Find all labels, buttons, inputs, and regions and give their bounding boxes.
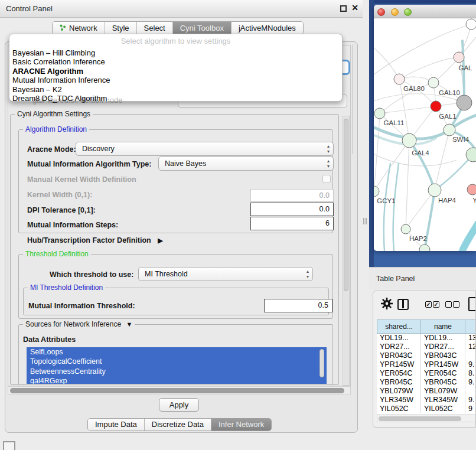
algorithm-option-aracne-algorithm[interactable]: ARACNE Algorithm [12,67,339,76]
network-node-gal4[interactable] [402,133,416,148]
expanded-arrow-icon[interactable]: ▼ [126,321,132,328]
attribute-item-topologicalcoefficient[interactable]: TopologicalCoefficient [27,357,327,366]
sources-group-title[interactable]: Sources for Network Inference ▼ [23,320,135,328]
settings-horizontal-thumb[interactable] [10,388,344,393]
minimize-window-icon[interactable] [391,8,399,16]
select-all-icon2[interactable]: ✓ [433,301,439,308]
tab-infer-network[interactable]: Infer Network [211,419,271,431]
document-icon[interactable] [468,297,476,311]
network-node[interactable] [457,95,472,110]
tab-label: Style [112,22,129,34]
table-cell: 12 [465,343,476,351]
node-label-gal80: GAL80 [403,85,425,92]
combo-arrows-icon: ▴▾ [307,269,309,279]
network-node-y[interactable] [467,184,476,195]
table-horizontal-scrollbar[interactable] [377,415,476,422]
deselect-all-icon[interactable] [445,301,452,308]
table-cell: 9. [465,378,476,387]
column-header-name[interactable]: name [421,319,465,334]
select-all-icon[interactable]: ✓ [425,301,432,308]
column-header-a[interactable]: A [465,319,476,334]
table-row[interactable]: YBR045CYBR045C9. [377,378,476,387]
algorithm-option-basic-correlation-inference[interactable]: Basic Correlation Inference [12,57,339,66]
mi-steps-field[interactable]: 6 [250,217,334,230]
network-canvas[interactable]: GALGAL80GAL10GAL1GAL11SWI4GAL4GCY1HAP4YH… [374,18,476,251]
settings-vertical-scrollbar[interactable] [343,116,350,386]
network-window-titlebar[interactable] [374,5,476,18]
collapsed-arrow-icon[interactable]: ▶ [158,237,162,244]
mi-type-combo[interactable]: Naive Bayes ▴▾ [158,156,334,171]
table-row[interactable]: YER054CYER054C8. [377,369,476,378]
settings-vertical-thumb[interactable] [344,119,348,291]
table-cell: YER054C [421,369,465,378]
aracne-mode-label: Aracne Mode: [27,145,76,154]
table-panel-body: ✓ ✓ shared...nameA YDL19...YDL19...13YDR… [373,291,476,428]
network-node-hap4[interactable] [428,184,441,197]
tab-impute-data[interactable]: Impute Data [88,419,144,431]
split-pane-grip[interactable] [363,218,367,224]
table-row[interactable]: YBR043CYBR043C [377,351,476,360]
attribute-item-selfloops[interactable]: SelfLoops [27,347,327,357]
column-header-shared[interactable]: shared... [377,319,421,334]
algorithm-option-bayesian-k2[interactable]: Bayesian – K2 [12,85,339,94]
network-node[interactable] [466,19,476,30]
table-cell: YLR345W [421,396,465,405]
close-panel-icon[interactable]: ✕ [351,3,358,12]
tab-discretize-data[interactable]: Discretize Data [144,419,211,431]
mi-threshold-field[interactable]: 0.5 [264,299,332,312]
network-node-gal1[interactable] [431,101,441,112]
network-node-gal[interactable] [454,52,464,63]
table-row[interactable]: YDR27...YDR27...12 [377,343,476,351]
dpi-tolerance-field[interactable]: 0.0 [250,203,334,216]
close-window-icon[interactable] [377,8,385,16]
table-row[interactable]: YDL19...YDL19...13 [377,334,476,343]
gear-icon[interactable] [380,297,393,310]
which-threshold-combo[interactable]: MI Threshold ▴▾ [138,267,313,281]
aracne-mode-value: Discovery [82,145,115,153]
attribute-item-gal4rgexp[interactable]: gal4RGexp [27,376,327,384]
apply-button[interactable]: Apply [159,398,199,412]
network-node-swi4[interactable] [444,124,455,136]
desktop-top-strip [369,0,476,4]
network-node-gal10[interactable] [428,77,439,88]
tab-jactivemnodules[interactable]: jActiveMNodules [231,22,303,34]
network-node-gal80[interactable] [394,74,405,84]
network-node[interactable] [419,244,430,251]
table-row[interactable]: YBL079WYBL079W [377,387,476,396]
tab-network[interactable]: Network [53,22,105,34]
zoom-window-icon[interactable] [404,8,412,16]
algorithm-option-dream8-dc-tdc-algorithm[interactable]: Dream8 DC_TDC Algorithm [12,94,339,103]
attributes-scrollbar[interactable] [319,348,325,383]
minimized-panel-icon[interactable] [3,441,15,450]
tab-cyni-toolbox[interactable]: Cyni Toolbox [172,22,231,34]
network-node-gal11[interactable] [374,108,385,119]
algorithm-dropdown-prompt: Select algorithm to view settings [9,37,342,45]
aracne-mode-combo[interactable]: Discovery ▴▾ [76,142,334,156]
combo-arrows-icon: ▴▾ [327,158,330,169]
table-toolbar: ✓ ✓ [373,291,476,318]
algorithm-option-bayesian-hill-climbing[interactable]: Bayesian – Hill Climbing [12,48,339,57]
table-row[interactable]: YPR145WYPR145W9. [377,360,476,369]
attributes-scrollbar-thumb[interactable] [319,349,324,377]
tab-style[interactable]: Style [105,22,136,34]
float-panel-icon[interactable] [340,5,347,12]
which-threshold-value: MI Threshold [145,270,188,278]
network-node-gcy1[interactable] [374,186,379,197]
table-horizontal-thumb[interactable] [379,416,461,421]
table-cell: YDL19... [421,334,465,343]
node-label-swi4: SWI4 [452,136,470,143]
table-cell: YIL052C [377,405,421,413]
hub-definition-label[interactable]: Hub/Transcription Factor Definition ▶ [27,236,163,244]
table-row[interactable]: YLR345WYLR345W9. [377,396,476,405]
table-row[interactable]: YIL052CYIL052C9 [377,405,476,413]
network-node-hap2[interactable] [401,224,410,234]
settings-horizontal-scrollbar[interactable] [8,386,351,394]
node-label-gal10: GAL10 [439,89,460,96]
tab-select[interactable]: Select [136,22,172,34]
table-cell: YIL052C [421,405,465,413]
attribute-item-betweennesscentrality[interactable]: BetweennessCentrality [27,367,327,376]
algorithm-option-mutual-information-inference[interactable]: Mutual Information Inference [12,76,339,84]
columns-icon[interactable] [397,299,409,310]
deselect-all-icon2[interactable] [453,301,459,308]
table-cell [465,387,476,396]
